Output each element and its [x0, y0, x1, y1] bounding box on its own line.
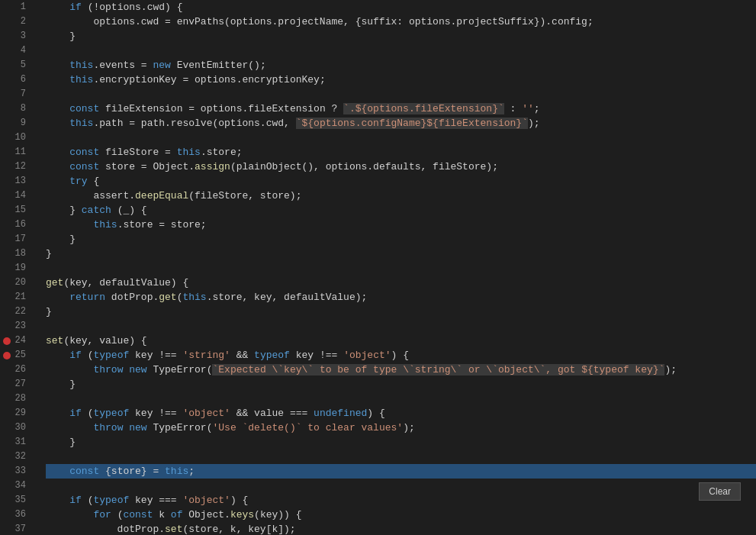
line-num-label: 37 [15, 522, 26, 535]
token [46, 118, 69, 129]
token: deepEqual [135, 190, 188, 201]
token: } [46, 205, 82, 216]
line-num-label: 36 [15, 508, 26, 522]
token [46, 350, 69, 361]
line-num-label: 21 [15, 290, 26, 305]
token: dotProp. [105, 292, 159, 303]
token: key !== [129, 408, 182, 419]
code-line [46, 261, 756, 276]
token: TypeError( [147, 422, 213, 433]
token: ) { [391, 350, 409, 361]
code-line: const fileStore = this.store; [46, 145, 756, 160]
line-num-label: 9 [21, 116, 26, 131]
token: set [165, 524, 182, 535]
line-num-label: 32 [15, 450, 26, 464]
line-num-label: 34 [15, 479, 26, 493]
token [46, 466, 69, 477]
token: typeof [93, 408, 129, 419]
token: } [46, 31, 76, 42]
line-number: 6 [0, 73, 32, 87]
token: 'object' [182, 408, 230, 419]
code-line: this.store = store; [46, 218, 756, 232]
token [46, 103, 69, 114]
code-line [46, 319, 756, 334]
token: key !== [129, 350, 182, 361]
token: '' [522, 103, 534, 114]
code-line: set(key, value) { [46, 334, 756, 348]
line-number: 21 [0, 290, 32, 305]
line-num-label: 20 [15, 276, 26, 290]
token: assert. [46, 190, 135, 201]
code-line [46, 392, 756, 406]
breakpoint-dot [3, 352, 11, 359]
token: ( [82, 408, 94, 419]
token: .store = store; [117, 219, 207, 230]
token: of [171, 509, 183, 520]
line-number: 20 [0, 276, 32, 290]
token [46, 60, 69, 71]
code-line [46, 87, 756, 102]
line-num-label: 29 [15, 406, 26, 421]
token: ); [664, 364, 677, 375]
token: (plainObject(), options.defaults, fileSt… [230, 161, 498, 172]
token: } [46, 248, 52, 259]
line-num-label: 11 [15, 145, 26, 160]
code-line: for (const k of Object.keys(key)) { [46, 508, 756, 522]
token [46, 509, 93, 520]
line-number: 17 [0, 232, 32, 247]
line-number: 12 [0, 160, 32, 174]
code-line: throw new TypeError(`Expected \`key\` to… [46, 363, 756, 377]
token: if [69, 495, 82, 506]
token: undefined [314, 408, 367, 419]
token: const [69, 466, 99, 477]
token: 'object' [182, 495, 230, 506]
token: {store} = [99, 466, 165, 477]
token: if [69, 350, 82, 361]
code-line: } [46, 435, 756, 450]
line-num-label: 28 [15, 392, 26, 406]
line-number: 4 [0, 44, 32, 58]
token: (key, value) { [63, 335, 146, 346]
token: TypeError( [147, 364, 213, 375]
line-number: 11 [0, 145, 32, 160]
code-line: ► return dotProp.get(this.store, key, de… [46, 290, 756, 305]
code-line: } catch (_) { [46, 203, 756, 218]
clear-button[interactable]: Clear [699, 482, 741, 501]
line-number: 37 [0, 522, 32, 535]
token: const [69, 161, 99, 172]
line-num-label: 27 [15, 377, 26, 392]
token: key !== [290, 350, 343, 361]
token: typeof [93, 350, 129, 361]
line-num-label: 2 [21, 15, 26, 29]
token: const [69, 103, 99, 114]
token: ); [403, 422, 415, 433]
line-num-label: 12 [15, 160, 26, 174]
token: this [165, 466, 188, 477]
token: .encryptionKey = options.encryptionKey; [93, 74, 325, 85]
token: ) { [367, 408, 384, 419]
code-line: } [46, 377, 756, 392]
line-num-label: 22 [15, 305, 26, 319]
token: && value === [230, 408, 314, 419]
token: throw [93, 364, 123, 375]
token: this [69, 118, 93, 129]
token: this [182, 292, 206, 303]
token: throw [93, 422, 123, 433]
token: 'string' [182, 350, 230, 361]
line-number: 2 [0, 15, 32, 29]
code-line: options.cwd = envPaths(options.projectNa… [46, 15, 756, 29]
line-number: 26 [0, 363, 32, 377]
token [46, 364, 93, 375]
code-line: dotProp.set(store, k, key[k]); [46, 522, 756, 535]
token: get [46, 277, 63, 288]
line-number: 23 [0, 319, 32, 334]
code-line: } [46, 232, 756, 247]
token: (_) { [111, 205, 147, 216]
token: (key, defaultValue) { [63, 277, 188, 288]
token: Object. [182, 509, 230, 520]
token: new [129, 364, 146, 375]
code-line: if (typeof key !== 'object' && value ===… [46, 406, 756, 421]
line-number: 18 [0, 247, 32, 261]
line-num-label: 33 [15, 464, 26, 479]
line-num-label: 18 [15, 247, 26, 261]
